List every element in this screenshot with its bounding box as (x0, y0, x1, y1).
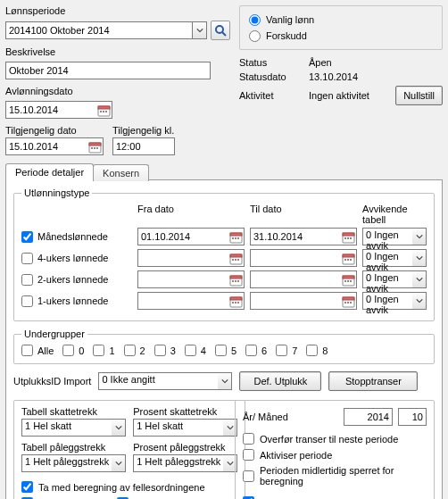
tabell-skattetrekk-dropdown[interactable] (112, 419, 126, 437)
sperret-beregning-checkbox[interactable]: Perioden midlertidig sperret for beregni… (243, 465, 427, 487)
tilgjengelig-kl-input[interactable] (112, 137, 175, 155)
tab-konsern[interactable]: Konsern (93, 164, 149, 181)
vanlig-lonn-label: Vanlig lønn (266, 14, 314, 25)
undergruppe-5-checkbox[interactable]: 5 (215, 345, 236, 356)
statusdato-value: 13.10.2014 (309, 71, 390, 82)
avvik-select[interactable]: 0 Ingen avvik (362, 228, 412, 245)
avvik-dropdown[interactable] (412, 270, 427, 288)
def-utplukk-button[interactable]: Def. Utplukk (239, 371, 321, 391)
til-dato-header: Til dato (250, 204, 357, 225)
aar-input[interactable] (344, 408, 393, 426)
tabell-paleggstrekk-dropdown[interactable] (112, 454, 126, 472)
fra-dato-calendar-icon[interactable] (228, 250, 244, 266)
utplukksid-dropdown[interactable] (218, 372, 232, 390)
utlonningstype-legend: Utlønningstype (21, 187, 92, 198)
search-button[interactable] (211, 21, 230, 40)
undergruppe-3-checkbox[interactable]: 3 (154, 345, 176, 356)
til-dato-calendar-icon[interactable] (340, 271, 356, 287)
avvik-dropdown[interactable] (412, 228, 427, 245)
sperret-beregning-label: Perioden midlertidig sperret for beregni… (260, 465, 427, 487)
utlonn-row-check[interactable]: 1-ukers lønnede (21, 295, 132, 307)
lonnsperiode-input[interactable] (5, 21, 193, 39)
aktiviser-periode-label: Aktiviser periode (260, 450, 332, 461)
stopptranser-button[interactable]: Stopptranser (328, 371, 418, 391)
til-dato-calendar-icon[interactable] (340, 250, 356, 266)
periode-settings-group: År/ Måned Overfør transer til neste peri… (235, 400, 435, 499)
til-dato-calendar-icon[interactable] (340, 229, 356, 245)
aktiviser-periode-checkbox[interactable]: Aktiviser periode (243, 449, 427, 461)
statusdato-label: Statusdato (239, 71, 303, 82)
avvik-select[interactable]: 0 Ingen avvik (362, 292, 412, 310)
nullstill-button[interactable]: Nullstill (395, 86, 443, 105)
undergruppe-0-checkbox[interactable]: 0 (62, 345, 84, 356)
avvik-select[interactable]: 0 Ingen avvik (362, 249, 412, 267)
aar-maaned-label: År/ Måned (243, 412, 288, 422)
avvik-dropdown[interactable] (412, 292, 427, 310)
undergruppe-8-checkbox[interactable]: 8 (306, 345, 328, 356)
beskrivelse-input[interactable] (5, 62, 211, 79)
fra-dato-calendar-icon[interactable] (228, 293, 244, 309)
skattetrekk-group: Tabell skattetrekk 1 Hel skatt Prosent s… (13, 400, 245, 499)
forskudd-radio[interactable]: Forskudd (249, 28, 433, 44)
prosent-paleggstrekk-label: Prosent påleggstrekk (133, 442, 237, 453)
fra-dato-calendar-icon[interactable] (228, 229, 244, 245)
tabell-paleggstrekk-select[interactable]: 1 Helt påleggstrekk (21, 454, 112, 472)
avvik-select[interactable]: 0 Ingen avvik (362, 270, 412, 288)
tabell-paleggstrekk-label: Tabell påleggstrekk (21, 442, 126, 453)
undergrupper-group: Undergrupper Alle012345678 (13, 329, 435, 364)
forskudd-label: Forskudd (266, 30, 307, 41)
utlonn-row-label: 4-ukers lønnede (37, 253, 109, 263)
undergruppe-2-checkbox[interactable]: 2 (124, 345, 145, 356)
status-value: Åpen (309, 57, 390, 68)
utplukksid-label: UtplukksID Import (13, 376, 91, 387)
prosent-skattetrekk-select[interactable]: 1 Hel skatt (133, 419, 223, 437)
avlonningsdato-calendar-icon[interactable] (95, 102, 112, 118)
avlonningsdato-label: Avlønningsdato (5, 86, 230, 96)
aktivitet-value: Ingen aktivitet (309, 90, 390, 101)
undergrupper-legend: Undergrupper (21, 329, 87, 339)
utlonn-row-label: 2-ukers lønnede (37, 274, 109, 285)
tab-periode-detaljer[interactable]: Periode detaljer (5, 163, 94, 180)
lonnsperiode-label: Lønnsperiode (5, 5, 230, 16)
aktivitet-label: Aktivitet (239, 90, 303, 101)
fra-dato-calendar-icon[interactable] (228, 271, 244, 287)
lonn-type-group: Vanlig lønn Forskudd (239, 5, 443, 50)
avvikende-tabell-header: Avvikende tabell (362, 204, 427, 225)
utlonningstype-group: Utlønningstype Fra dato Til dato Avviken… (13, 187, 435, 321)
fellesordningene-label: Ta med beregning av fellesordningene (38, 482, 205, 493)
prosent-paleggstrekk-select[interactable]: 1 Helt påleggstrekk (133, 454, 223, 472)
utlonn-row-check[interactable]: Månedslønnede (21, 231, 132, 243)
undergruppe-1-checkbox[interactable]: 1 (93, 345, 114, 356)
tilgjengelig-kl-label: Tilgjengelig kl. (112, 125, 175, 136)
status-label: Status (239, 57, 303, 68)
til-dato-calendar-icon[interactable] (340, 293, 356, 309)
utlonn-row-check[interactable]: 2-ukers lønnede (21, 274, 132, 286)
utlonn-row-check[interactable]: 4-ukers lønnede (21, 253, 132, 264)
tilgjengelig-dato-calendar-icon[interactable] (87, 138, 103, 154)
undergruppe-alle-checkbox[interactable]: Alle (21, 345, 54, 356)
utlonn-row-label: Månedslønnede (37, 231, 108, 242)
utplukksid-select[interactable]: 0 Ikke angitt (98, 372, 218, 390)
overfor-transer-label: Overfør transer til neste periode (260, 434, 398, 445)
fra-dato-header: Fra dato (137, 204, 245, 225)
tilgjengelig-dato-label: Tilgjengelig dato (5, 125, 104, 136)
beskrivelse-label: Beskrivelse (5, 46, 230, 57)
tabell-skattetrekk-select[interactable]: 1 Hel skatt (21, 419, 112, 437)
vanlig-lonn-radio[interactable]: Vanlig lønn (249, 12, 433, 28)
lonnsperiode-dropdown[interactable] (193, 21, 207, 39)
undergruppe-6-checkbox[interactable]: 6 (245, 345, 267, 356)
maaned-input[interactable] (398, 408, 427, 426)
avvik-dropdown[interactable] (412, 249, 427, 267)
tabell-skattetrekk-label: Tabell skattetrekk (21, 406, 126, 417)
utlonn-row-label: 1-ukers lønnede (37, 295, 109, 306)
overfor-transer-checkbox[interactable]: Overfør transer til neste periode (243, 433, 427, 445)
fellesordningene-checkbox[interactable]: Ta med beregning av fellesordningene (21, 481, 237, 493)
prosent-skattetrekk-label: Prosent skattetrekk (133, 406, 237, 417)
undergruppe-4-checkbox[interactable]: 4 (185, 345, 206, 356)
undergruppe-7-checkbox[interactable]: 7 (276, 345, 297, 356)
